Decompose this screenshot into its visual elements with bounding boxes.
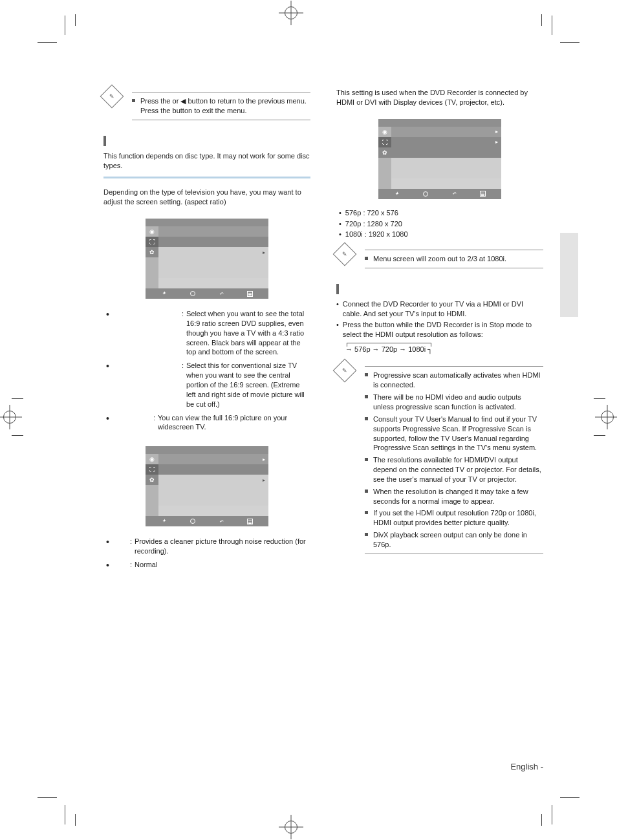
crop-mark <box>38 42 57 43</box>
side-tab <box>560 233 578 317</box>
osd-tab-icon: ⛶ <box>146 237 158 247</box>
osd-hint-bar <box>378 189 501 199</box>
note-block: ✎ Progressive scan automatically activat… <box>336 362 543 557</box>
osd-tab-icon: ⛶ <box>378 137 391 147</box>
note-text: Consult your TV User's Manual to find ou… <box>373 415 543 453</box>
registration-mark <box>601 411 614 424</box>
bullet-icon <box>365 533 368 536</box>
osd-tab-icon: ◉ <box>378 127 391 137</box>
body-text: This function depends on disc type. It m… <box>103 151 310 171</box>
note-text: If you set the HDMI output resolution 72… <box>373 508 543 528</box>
crop-mark <box>552 805 552 824</box>
osd-tab-icon: ⛶ <box>146 464 158 475</box>
bullet-icon <box>132 99 135 102</box>
tick-mark <box>541 14 542 26</box>
tick-mark <box>541 814 542 826</box>
note-text: The resolutions available for HDMI/DVI o… <box>373 455 543 484</box>
bullet-icon <box>365 511 368 514</box>
crop-mark <box>552 16 552 35</box>
registration-mark <box>3 411 16 424</box>
left-column: ✎ Press the or ◀ button to return to the… <box>103 84 310 574</box>
bullet-icon <box>365 373 368 376</box>
tick-mark <box>12 398 23 399</box>
note-text: Press the or ◀ button to return to the p… <box>140 96 310 116</box>
crop-mark <box>65 16 65 35</box>
bullet-icon <box>365 417 368 420</box>
crop-mark <box>560 797 579 798</box>
definition-list: : Provides a cleaner picture through noi… <box>106 537 310 570</box>
osd-tab-icon: ◉ <box>146 226 158 237</box>
section-header <box>336 284 543 294</box>
note-icon: ✎ <box>333 242 357 266</box>
note-text: DivX playback screen output can only be … <box>373 530 543 550</box>
osd-screenshot: ◉ ⛶ ✿ ▸ ▸ <box>146 446 268 526</box>
crop-mark <box>38 797 57 798</box>
body-text: Depending on the type of television you … <box>103 188 310 207</box>
tick-mark <box>594 435 605 436</box>
definition-list: : Select when you want to see the total … <box>106 309 310 432</box>
note-text: When the resolution is changed it may ta… <box>373 487 543 506</box>
resolution-list: 576p : 720 x 576 720p : 1280 x 720 1080i… <box>339 208 543 240</box>
right-column: This setting is used when the DVD Record… <box>336 84 543 574</box>
bullet-icon <box>365 395 368 398</box>
osd-tab-icon: ◉ <box>146 454 158 464</box>
body-text: This setting is used when the DVD Record… <box>336 88 543 107</box>
divider <box>103 177 310 178</box>
tick-mark <box>594 398 605 399</box>
page-content: ✎ Press the or ◀ button to return to the… <box>103 84 543 574</box>
registration-mark <box>285 821 298 834</box>
bullet-icon <box>365 458 368 461</box>
osd-screenshot: ◉ ⛶ ✿ ▸ ▸ <box>378 119 501 199</box>
osd-hint-bar <box>146 288 268 299</box>
note-block: ✎ Menu screen will zoom out to 2/3 at 10… <box>336 246 543 272</box>
note-icon: ✎ <box>100 85 124 109</box>
osd-hint-bar <box>146 516 268 526</box>
osd-tab-icon: ✿ <box>378 147 391 158</box>
note-text: Progressive scan automatically activates… <box>373 371 543 390</box>
crop-mark <box>560 42 579 43</box>
crop-mark <box>65 805 65 824</box>
note-text: Menu screen will zoom out to 2/3 at 1080… <box>373 254 506 264</box>
registration-mark <box>285 6 298 19</box>
osd-tab-icon: ✿ <box>146 247 158 257</box>
section-header <box>103 136 310 146</box>
resolution-chain: → 576p → 720p → 1080i ┐ <box>345 345 543 353</box>
page-footer: English - <box>103 762 543 771</box>
tick-mark <box>75 814 76 826</box>
tick-mark <box>12 435 23 436</box>
bullet-list: Connect the DVD Recorder to your TV via … <box>336 299 543 339</box>
note-block: ✎ Press the or ◀ button to return to the… <box>103 88 310 124</box>
bullet-icon <box>365 257 368 260</box>
note-icon: ✎ <box>333 359 357 383</box>
osd-tab-icon: ✿ <box>146 475 158 485</box>
bullet-icon <box>365 490 368 493</box>
note-text: There will be no HDMI video and audio ou… <box>373 393 543 412</box>
tick-mark <box>75 14 76 26</box>
osd-screenshot: ◉ ⛶ ✿ ▸ <box>146 219 268 299</box>
